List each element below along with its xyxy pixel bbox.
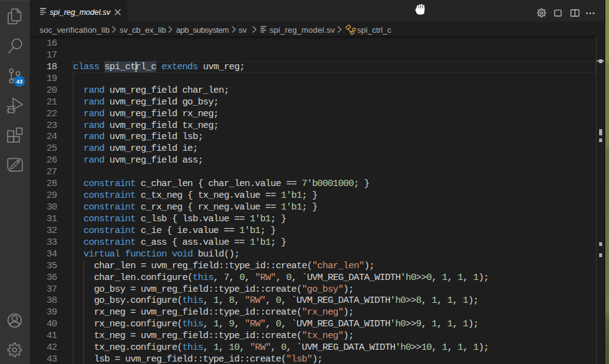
svg-text:43: 43 [17,78,23,85]
